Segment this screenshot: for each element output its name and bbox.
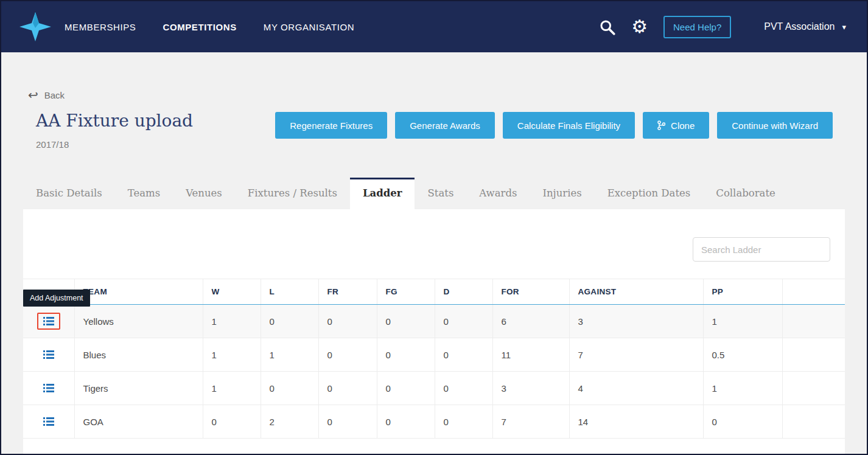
- star-logo-icon: [19, 12, 51, 41]
- branch-icon: [657, 120, 665, 130]
- col-w: W: [203, 279, 261, 305]
- cell-pp: 1: [703, 305, 782, 338]
- cell-fr: 0: [318, 305, 377, 338]
- cell-fr: 0: [318, 338, 377, 372]
- back-arrow-icon: ↩: [28, 88, 38, 102]
- col-l: L: [261, 279, 318, 305]
- app-logo-icon[interactable]: [18, 11, 52, 43]
- search-row: [23, 209, 845, 262]
- cell-fr: 0: [318, 405, 377, 439]
- cell-l: 0: [261, 305, 318, 338]
- org-name: PVT Association: [764, 21, 835, 32]
- nav-my-organisation[interactable]: MY ORGANISATION: [264, 22, 354, 32]
- col-fr: FR: [318, 279, 377, 305]
- cell-fg: 0: [377, 372, 435, 405]
- tab-venues[interactable]: Venues: [173, 178, 235, 209]
- cell-against: 4: [569, 372, 703, 405]
- cell-w: 1: [203, 338, 261, 372]
- team-name: Tigers: [74, 372, 203, 405]
- nav-competitions[interactable]: COMPETITIONS: [163, 22, 236, 32]
- cell-against: 14: [569, 405, 703, 439]
- chevron-down-icon: ▾: [842, 23, 846, 32]
- tab-awards[interactable]: Awards: [466, 178, 530, 209]
- gear-icon[interactable]: ⚙: [631, 18, 648, 36]
- page-title: AA Fixture upload: [36, 111, 193, 131]
- cell-fg: 0: [377, 338, 435, 372]
- nav-memberships[interactable]: MEMBERSHIPS: [65, 22, 136, 32]
- cell-for: 6: [492, 305, 569, 338]
- cell-empty: [782, 305, 845, 338]
- cell-d: 0: [435, 372, 492, 405]
- cell-for: 7: [492, 405, 569, 439]
- cell-empty: [782, 372, 845, 405]
- add-adjustment-tooltip: Add Adjustment: [23, 290, 90, 307]
- tab-injuries[interactable]: Injuries: [530, 178, 594, 209]
- cell-for: 3: [492, 372, 569, 405]
- team-name: Blues: [74, 338, 203, 372]
- cell-fg: 0: [377, 405, 435, 439]
- search-icon[interactable]: [599, 19, 615, 35]
- table-header-row: TEAM W L FR FG D FOR AGAINST PP: [23, 279, 845, 305]
- cell-w: 0: [203, 405, 261, 439]
- cell-w: 1: [203, 372, 261, 405]
- page-header: AA Fixture upload 2017/18 Regenerate Fix…: [36, 111, 833, 150]
- ladder-panel: Add Adjustment TEAM W L FR FG D FOR: [23, 209, 845, 455]
- col-fg: FG: [377, 279, 435, 305]
- cell-l: 2: [261, 405, 318, 439]
- clone-button[interactable]: Clone: [643, 112, 709, 139]
- add-adjustment-icon[interactable]: [40, 380, 58, 396]
- cell-d: 0: [435, 405, 492, 439]
- back-link[interactable]: ↩ Back: [28, 88, 65, 102]
- org-switcher[interactable]: PVT Association ▾: [764, 21, 846, 32]
- col-team: TEAM: [74, 279, 203, 305]
- navbar-right: ⚙ Need Help? PVT Association ▾: [599, 16, 846, 38]
- table-row: Tigers 1 0 0 0 0 3 4 1: [23, 372, 845, 405]
- table-row: Yellows 1 0 0 0 0 6 3 1: [23, 305, 845, 338]
- tab-fixtures-results[interactable]: Fixtures / Results: [235, 178, 350, 209]
- tab-collaborate[interactable]: Collaborate: [703, 178, 788, 209]
- tab-teams[interactable]: Teams: [115, 178, 173, 209]
- season-label: 2017/18: [36, 139, 193, 150]
- cell-against: 7: [569, 338, 703, 372]
- action-buttons: Regenerate Fixtures Generate Awards Calc…: [275, 112, 833, 139]
- search-ladder-input[interactable]: [693, 237, 830, 262]
- cell-d: 0: [435, 305, 492, 338]
- add-adjustment-icon[interactable]: [40, 347, 58, 363]
- ladder-table: TEAM W L FR FG D FOR AGAINST PP: [23, 279, 845, 439]
- need-help-button[interactable]: Need Help?: [663, 16, 731, 38]
- tab-basic-details[interactable]: Basic Details: [23, 178, 115, 209]
- clone-label: Clone: [671, 120, 695, 131]
- add-adjustment-icon[interactable]: [43, 317, 54, 325]
- continue-with-wizard-button[interactable]: Continue with Wizard: [717, 112, 833, 139]
- cell-against: 3: [569, 305, 703, 338]
- generate-awards-button[interactable]: Generate Awards: [395, 112, 495, 139]
- col-pp: PP: [703, 279, 782, 305]
- cell-pp: 0.5: [703, 338, 782, 372]
- col-d: D: [435, 279, 492, 305]
- cell-d: 0: [435, 338, 492, 372]
- cell-empty: [782, 405, 845, 439]
- competition-tabs: Basic Details Teams Venues Fixtures / Re…: [23, 178, 845, 209]
- tab-ladder[interactable]: Ladder: [350, 178, 415, 209]
- cell-empty: [782, 338, 845, 372]
- table-row: Blues 1 1 0 0 0 11 7 0.5: [23, 338, 845, 372]
- tab-stats[interactable]: Stats: [415, 178, 466, 209]
- cell-l: 1: [261, 338, 318, 372]
- cell-fg: 0: [377, 305, 435, 338]
- team-name: GOA: [74, 405, 203, 439]
- regenerate-fixtures-button[interactable]: Regenerate Fixtures: [275, 112, 387, 139]
- cell-l: 0: [261, 372, 318, 405]
- back-label: Back: [44, 90, 65, 100]
- team-name: Yellows: [74, 305, 203, 338]
- col-empty: [782, 279, 845, 305]
- highlight-box: [37, 313, 60, 330]
- cell-w: 1: [203, 305, 261, 338]
- cell-pp: 0: [703, 405, 782, 439]
- cell-for: 11: [492, 338, 569, 372]
- title-block: AA Fixture upload 2017/18: [36, 111, 193, 150]
- calculate-finals-eligibility-button[interactable]: Calculate Finals Eligibility: [503, 112, 635, 139]
- tab-exception-dates[interactable]: Exception Dates: [595, 178, 704, 209]
- add-adjustment-icon[interactable]: [40, 414, 58, 429]
- cell-pp: 1: [703, 372, 782, 405]
- top-navbar: MEMBERSHIPS COMPETITIONS MY ORGANISATION…: [1, 1, 867, 52]
